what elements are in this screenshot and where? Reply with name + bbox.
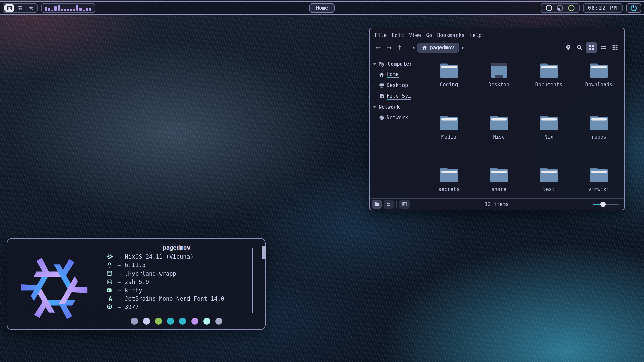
- file-item-coding[interactable]: Coding: [424, 60, 474, 112]
- bar-left: [3, 3, 95, 13]
- file-item-desktop[interactable]: Desktop: [474, 60, 524, 112]
- sidebar-item-label: File Sy…: [387, 93, 411, 100]
- compact-view-button[interactable]: [598, 43, 608, 53]
- compact-view-icon: [601, 45, 606, 50]
- palette-dot: [167, 318, 174, 325]
- bar-right: 08:22 PM: [541, 3, 641, 13]
- folder-icon: [539, 115, 559, 131]
- arrow-glyph: →: [117, 262, 121, 268]
- power-button[interactable]: [626, 3, 641, 13]
- menu-item-bookmarks[interactable]: Bookmarks: [437, 32, 464, 38]
- location-pin-button[interactable]: [563, 43, 573, 53]
- arrow-glyph: →: [117, 253, 121, 260]
- thumbnail-view-icon: [612, 45, 618, 50]
- path-button[interactable]: pagedmov: [417, 43, 459, 53]
- file-item-downloads[interactable]: Downloads: [574, 60, 624, 112]
- sidebar-item-network[interactable]: Network: [370, 112, 423, 123]
- fastfetch-title: pagedmov: [160, 244, 194, 251]
- path-scroll-right-button[interactable]: ▸: [460, 45, 466, 50]
- icon-view-button[interactable]: [586, 42, 597, 53]
- file-item-label: Documents: [535, 82, 562, 88]
- memory-gauge-icon[interactable]: [556, 4, 564, 12]
- item-count-label: 12 items: [485, 201, 509, 207]
- visualizer-bar: [51, 10, 53, 11]
- sidebar-section-my-computer[interactable]: My Computer: [370, 59, 423, 69]
- file-item-label: Coding: [440, 82, 458, 88]
- top-bar: Home 08:22 PM: [0, 1, 644, 15]
- disk-gauge-icon[interactable]: [568, 4, 575, 12]
- location-pin-icon: [565, 44, 571, 51]
- up-button[interactable]: ↑: [395, 43, 405, 52]
- file-item-label: vimwiki: [588, 186, 609, 192]
- menu-item-file[interactable]: File: [375, 32, 387, 38]
- kernel-icon: [107, 262, 114, 268]
- file-item-documents[interactable]: Documents: [524, 60, 574, 112]
- file-item-repos[interactable]: repos: [574, 112, 624, 165]
- sidebar-item-filesystem[interactable]: File Sy…: [370, 91, 423, 102]
- menu-item-edit[interactable]: Edit: [392, 32, 404, 38]
- visualizer-bar: [48, 8, 50, 11]
- active-window-title[interactable]: Home: [309, 3, 335, 13]
- workspace-6-button[interactable]: [26, 4, 36, 12]
- power-icon: [630, 4, 637, 12]
- file-item-media[interactable]: Media: [424, 112, 474, 165]
- zoom-slider[interactable]: [593, 202, 619, 207]
- clock[interactable]: 08:22 PM: [583, 3, 623, 13]
- terminal-window[interactable]: pagedmov → NixOS 24.11 (Vicuna) → 6.11.5: [7, 238, 266, 330]
- sidebar-item-label: Network: [387, 115, 408, 121]
- home-icon: [422, 45, 427, 50]
- fastfetch-row-wm: → .Hyprland-wrapp: [107, 269, 252, 278]
- folder-icon: [439, 167, 459, 183]
- kanji-five-icon: [17, 5, 23, 11]
- forward-button[interactable]: →: [384, 43, 394, 52]
- folder-icon: [589, 63, 609, 79]
- workspace-4-button[interactable]: [4, 4, 14, 12]
- back-button[interactable]: ←: [374, 43, 383, 52]
- file-item-label: repos: [591, 134, 606, 140]
- cpu-gauge-icon[interactable]: [545, 4, 553, 12]
- sidebar-item-home[interactable]: Home: [370, 69, 423, 80]
- desktop-icon: [379, 83, 384, 88]
- menu-item-go[interactable]: Go: [426, 32, 432, 38]
- font-value: JetBrains Mono Nerd Font 14.0: [125, 295, 224, 302]
- audio-visualizer: [41, 3, 95, 13]
- visualizer-bar: [89, 8, 91, 11]
- network-globe-icon: [379, 115, 384, 120]
- visualizer-bar: [45, 7, 47, 11]
- file-item-label: test: [543, 186, 555, 192]
- search-button[interactable]: [574, 43, 584, 53]
- tree-view-button[interactable]: [384, 200, 394, 209]
- shell-icon: [107, 279, 114, 285]
- collapse-triangle-icon: [373, 63, 376, 65]
- menu-item-view[interactable]: View: [409, 32, 421, 38]
- arrow-glyph: →: [117, 295, 121, 302]
- file-item-label: share: [491, 186, 506, 192]
- zoom-slider-knob[interactable]: [600, 202, 606, 207]
- terminal-value: kitty: [125, 287, 142, 294]
- terminal-color-palette: [101, 318, 253, 325]
- arrow-glyph: →: [117, 279, 121, 285]
- sidebar-section-network[interactable]: Network: [370, 102, 423, 112]
- toggle-sidepane-button[interactable]: [399, 200, 410, 209]
- folder-icon: [439, 63, 459, 79]
- kanji-four-icon: [7, 5, 12, 11]
- kernel-value: 6.11.5: [125, 262, 145, 268]
- palette-dot: [179, 318, 186, 325]
- places-folder-icon: [374, 201, 380, 207]
- places-view-button[interactable]: [372, 200, 382, 209]
- thumbnail-view-button[interactable]: [610, 43, 620, 53]
- folder-icon: [589, 167, 609, 183]
- active-window-title-label: Home: [316, 5, 328, 11]
- file-item-label: Media: [441, 134, 457, 140]
- menu-item-help[interactable]: Help: [470, 32, 482, 38]
- file-item-label: Misc: [493, 134, 505, 140]
- visualizer-bar: [70, 9, 72, 11]
- workspace-5-button[interactable]: [15, 4, 25, 12]
- file-manager-window: FileEditViewGoBookmarksHelp ← → ↑ ◂ page…: [369, 28, 625, 210]
- path-scroll-left-button[interactable]: ◂: [411, 45, 416, 50]
- path-label: pagedmov: [430, 45, 454, 51]
- file-item-nix[interactable]: Nix: [524, 112, 574, 165]
- icon-view-icon: [589, 45, 594, 50]
- sidebar-item-desktop[interactable]: Desktop: [370, 80, 423, 91]
- file-item-misc[interactable]: Misc: [474, 112, 524, 165]
